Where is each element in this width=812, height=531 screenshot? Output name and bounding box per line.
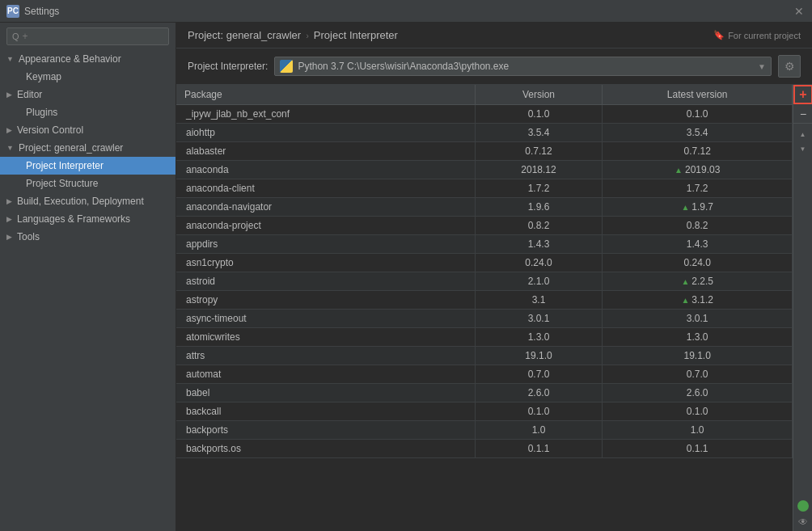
cell-package: asn1crypto xyxy=(176,254,475,272)
table-row[interactable]: anaconda2018.12▲2019.03 xyxy=(176,161,793,179)
table-row[interactable]: _ipyw_jlab_nb_ext_conf0.1.00.1.0 xyxy=(176,105,793,124)
package-table-container: Package Version Latest version _ipyw_jla… xyxy=(176,85,793,531)
cell-version: 1.4.3 xyxy=(475,235,603,254)
sidebar-item-project-interpreter[interactable]: Project Interpreter xyxy=(0,157,176,175)
breadcrumb-separator: › xyxy=(306,31,309,40)
scroll-down-button[interactable]: ▼ xyxy=(793,141,813,156)
cell-package: appdirs xyxy=(176,235,475,254)
cell-latest: 3.0.1 xyxy=(603,310,793,328)
sidebar-item-label: Tools xyxy=(17,231,40,242)
cell-package: _ipyw_jlab_nb_ext_conf xyxy=(176,105,475,124)
cell-latest: 3.5.4 xyxy=(603,124,793,142)
table-row[interactable]: attrs19.1.019.1.0 xyxy=(176,347,793,365)
app-icon: PC xyxy=(6,5,19,18)
remove-package-button[interactable]: − xyxy=(793,104,812,124)
sidebar-item-keymap[interactable]: Keymap xyxy=(0,68,176,86)
cell-package: astroid xyxy=(176,272,475,291)
sidebar-item-label: Languages & Frameworks xyxy=(17,213,130,225)
interpreter-badge xyxy=(159,161,169,171)
table-row[interactable]: alabaster0.7.120.7.12 xyxy=(176,142,793,161)
cell-package: anaconda-client xyxy=(176,179,475,198)
table-row[interactable]: anaconda-project0.8.20.8.2 xyxy=(176,217,793,235)
table-row[interactable]: asn1crypto0.24.00.24.0 xyxy=(176,254,793,272)
table-row[interactable]: backports.os0.1.10.1.1 xyxy=(176,440,793,458)
sidebar-item-label: Appearance & Behavior xyxy=(19,53,121,65)
table-row[interactable]: astropy3.1▲3.1.2 xyxy=(176,291,793,310)
search-input[interactable] xyxy=(23,31,163,42)
upgrade-arrow-icon: ▲ xyxy=(681,203,689,212)
sidebar-item-languages[interactable]: ▶ Languages & Frameworks xyxy=(0,210,176,228)
breadcrumb-bar: Project: general_crawler › Project Inter… xyxy=(176,23,812,48)
sidebar-item-editor[interactable]: ▶ Editor xyxy=(0,86,176,103)
breadcrumb-project: Project: general_crawler xyxy=(188,29,301,41)
cell-version: 1.7.2 xyxy=(475,179,603,198)
sidebar-item-label: Keymap xyxy=(26,71,61,82)
arrow-icon: ▶ xyxy=(6,233,12,241)
sidebar-item-label: Editor xyxy=(17,89,42,100)
cell-package: backcall xyxy=(176,402,475,421)
close-button[interactable]: ✕ xyxy=(793,5,806,18)
cell-version: 19.1.0 xyxy=(475,347,603,365)
cell-latest: 0.8.2 xyxy=(603,217,793,235)
minus-icon: − xyxy=(800,107,806,120)
interpreter-label: Project Interpreter: xyxy=(188,61,268,72)
cell-package: astropy xyxy=(176,291,475,310)
sidebar-item-appearance[interactable]: ▼ Appearance & Behavior xyxy=(0,50,176,68)
table-row[interactable]: appdirs1.4.31.4.3 xyxy=(176,235,793,254)
table-row[interactable]: automat0.7.00.7.0 xyxy=(176,365,793,384)
sidebar-item-label: Version Control xyxy=(17,124,83,136)
cell-latest: 1.4.3 xyxy=(603,235,793,254)
upgrade-arrow-icon: ▲ xyxy=(681,277,689,286)
arrow-icon: ▶ xyxy=(6,126,12,134)
sidebar-item-project-structure[interactable]: Project Structure xyxy=(0,175,176,192)
sidebar-item-version-control[interactable]: ▶ Version Control xyxy=(0,121,176,139)
interpreter-settings-button[interactable]: ⚙ xyxy=(778,55,801,78)
sidebar-item-plugins[interactable]: Plugins xyxy=(0,103,176,121)
sidebar: Q ▼ Appearance & Behavior Keymap ▶ Edito… xyxy=(0,23,176,531)
table-row[interactable]: babel2.6.02.6.0 xyxy=(176,384,793,402)
col-version: Version xyxy=(475,85,603,105)
table-row[interactable]: backports1.01.0 xyxy=(176,421,793,440)
cell-package: attrs xyxy=(176,347,475,365)
project-badge xyxy=(159,143,169,153)
table-row[interactable]: astroid2.1.0▲2.2.5 xyxy=(176,272,793,291)
sidebar-item-project[interactable]: ▼ Project: general_crawler xyxy=(0,139,176,157)
cell-latest: 1.0 xyxy=(603,421,793,440)
arrow-icon: ▶ xyxy=(6,91,12,99)
for-current-project-label: For current project xyxy=(728,31,801,40)
cell-version: 0.8.2 xyxy=(475,217,603,235)
add-package-button[interactable]: + xyxy=(793,85,812,104)
table-row[interactable]: anaconda-navigator1.9.6▲1.9.7 xyxy=(176,198,793,217)
side-actions: + − ▲ ▼ 👁 xyxy=(793,85,812,531)
interpreter-select[interactable]: Python 3.7 C:\Users\wisir\Anaconda3\pyth… xyxy=(274,57,772,76)
sidebar-item-tools[interactable]: ▶ Tools xyxy=(0,228,176,246)
table-row[interactable]: aiohttp3.5.43.5.4 xyxy=(176,124,793,142)
cell-version: 0.7.12 xyxy=(475,142,603,161)
breadcrumb: Project: general_crawler › Project Inter… xyxy=(188,29,398,41)
search-box[interactable]: Q xyxy=(6,27,169,45)
interpreter-select-text: Python 3.7 C:\Users\wisir\Anaconda3\pyth… xyxy=(280,60,509,73)
sidebar-item-build[interactable]: ▶ Build, Execution, Deployment xyxy=(0,192,176,210)
cell-version: 0.7.0 xyxy=(475,365,603,384)
eye-icon[interactable]: 👁 xyxy=(798,516,808,528)
sidebar-item-label: Project: general_crawler xyxy=(19,142,123,154)
table-row[interactable]: async-timeout3.0.13.0.1 xyxy=(176,310,793,328)
cell-latest: 0.1.0 xyxy=(603,402,793,421)
cell-latest: 1.3.0 xyxy=(603,328,793,347)
cell-package: atomicwrites xyxy=(176,328,475,347)
sidebar-item-label: Project Interpreter xyxy=(26,160,104,171)
breadcrumb-current: Project Interpreter xyxy=(314,29,398,41)
gear-icon: ⚙ xyxy=(785,60,795,73)
table-row[interactable]: backcall0.1.00.1.0 xyxy=(176,402,793,421)
table-row[interactable]: atomicwrites1.3.01.3.0 xyxy=(176,328,793,347)
arrow-icon: ▶ xyxy=(6,215,12,223)
table-row[interactable]: anaconda-client1.7.21.7.2 xyxy=(176,179,793,198)
cell-package: backports xyxy=(176,421,475,440)
col-latest: Latest version xyxy=(603,85,793,105)
cell-version: 0.1.1 xyxy=(475,440,603,458)
chevron-down-icon2: ▼ xyxy=(800,145,806,153)
cell-version: 0.1.0 xyxy=(475,402,603,421)
cell-version: 3.0.1 xyxy=(475,310,603,328)
cell-latest: ▲2.2.5 xyxy=(603,272,793,291)
scroll-up-button[interactable]: ▲ xyxy=(793,127,813,141)
